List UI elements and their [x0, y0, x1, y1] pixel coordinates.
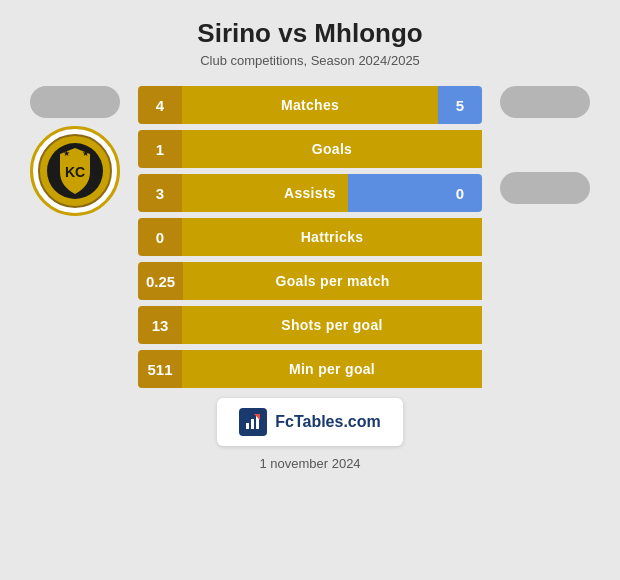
fctables-logo[interactable]: FcTables.com	[217, 398, 403, 446]
fctables-icon	[239, 408, 267, 436]
stat-row-matches: 4 Matches 5	[138, 86, 482, 124]
stat-row-shots-per-goal: 13 Shots per goal	[138, 306, 482, 344]
stat-left-value-goals: 1	[138, 130, 182, 168]
right-avatar-pill-top	[500, 86, 590, 118]
stat-label-wrap-goals: Goals	[182, 130, 482, 168]
stat-row-hattricks: 0 Hattricks	[138, 218, 482, 256]
stat-left-value-shots-per-goal: 13	[138, 306, 182, 344]
stats-column: 4 Matches 5 1 Goals 3 Assists 0	[138, 86, 482, 388]
stat-label-min-per-goal: Min per goal	[289, 361, 375, 377]
stat-right-value-assists: 0	[438, 174, 482, 212]
page-title: Sirino vs Mhlongo	[197, 18, 422, 49]
stat-label-wrap-goals-per-match: Goals per match	[183, 262, 482, 300]
stat-row-min-per-goal: 511 Min per goal	[138, 350, 482, 388]
stat-row-assists: 3 Assists 0	[138, 174, 482, 212]
stat-label-wrap-assists: Assists	[182, 174, 438, 212]
left-avatar-pill	[30, 86, 120, 118]
svg-text:★: ★	[82, 149, 89, 158]
stat-label-assists: Assists	[284, 185, 336, 201]
page-subtitle: Club competitions, Season 2024/2025	[200, 53, 420, 68]
page-container: Sirino vs Mhlongo Club competitions, Sea…	[0, 0, 620, 580]
left-team-section: KC ★ ★	[20, 86, 130, 216]
stat-label-goals-per-match: Goals per match	[276, 273, 390, 289]
stat-label-shots-per-goal: Shots per goal	[281, 317, 382, 333]
stat-label-goals: Goals	[312, 141, 352, 157]
stat-label-wrap-min-per-goal: Min per goal	[182, 350, 482, 388]
stat-row-goals: 1 Goals	[138, 130, 482, 168]
stat-left-value-matches: 4	[138, 86, 182, 124]
date-footer: 1 november 2024	[259, 456, 360, 471]
right-avatar-pill-bottom	[500, 172, 590, 204]
fctables-text: FcTables.com	[275, 413, 381, 431]
stat-label-matches: Matches	[281, 97, 339, 113]
stat-left-value-hattricks: 0	[138, 218, 182, 256]
stat-right-value-matches: 5	[438, 86, 482, 124]
svg-rect-5	[246, 423, 249, 429]
stat-label-hattricks: Hattricks	[301, 229, 364, 245]
svg-rect-6	[251, 419, 254, 429]
stat-left-value-assists: 3	[138, 174, 182, 212]
svg-text:★: ★	[63, 149, 70, 158]
left-team-logo: KC ★ ★	[30, 126, 120, 216]
stat-left-value-goals-per-match: 0.25	[138, 262, 183, 300]
svg-text:KC: KC	[65, 164, 85, 180]
stat-label-wrap-hattricks: Hattricks	[182, 218, 482, 256]
stat-left-value-min-per-goal: 511	[138, 350, 182, 388]
stat-row-goals-per-match: 0.25 Goals per match	[138, 262, 482, 300]
stat-label-wrap-matches: Matches	[182, 86, 438, 124]
stat-label-wrap-shots-per-goal: Shots per goal	[182, 306, 482, 344]
right-team-section	[490, 86, 600, 204]
main-content: KC ★ ★ 4 Matches 5 1 Goals	[20, 86, 600, 388]
